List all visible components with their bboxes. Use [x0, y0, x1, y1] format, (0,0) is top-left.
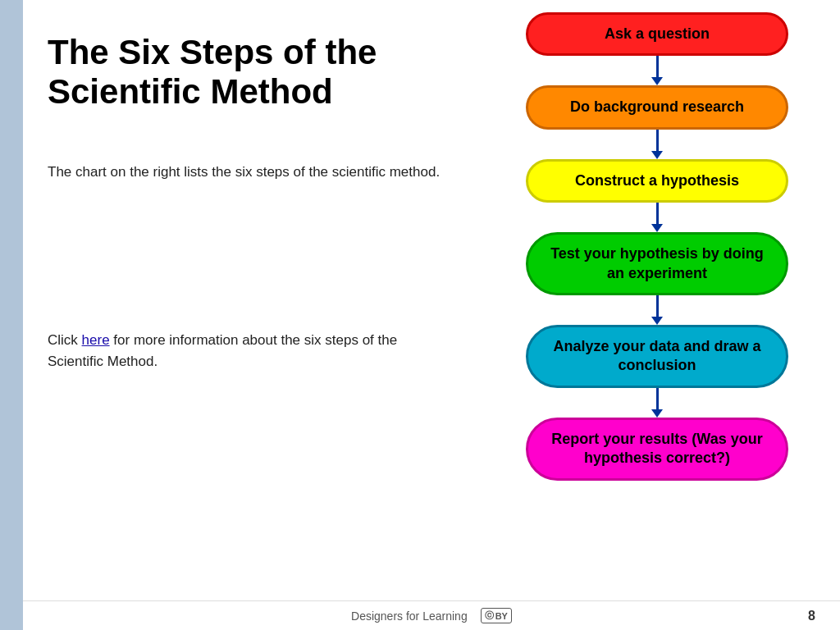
left-panel: The Six Steps of the Scientific Method T… [23, 0, 482, 630]
description-text: The chart on the right lists the six ste… [48, 162, 450, 183]
flow-box-2: Do background research [526, 85, 788, 129]
page-title: The Six Steps of the Scientific Method [48, 33, 450, 112]
arrow-icon [651, 224, 663, 232]
arrow-icon [651, 151, 663, 159]
sidebar-strip [0, 0, 23, 630]
flow-container: Ask a question Do background research Co… [491, 12, 824, 481]
here-link[interactable]: here [82, 332, 110, 348]
cc-badge: ⓒ BY [481, 608, 512, 623]
flow-box-1: Ask a question [526, 12, 788, 56]
flow-box-3: Construct a hypothesis [526, 159, 788, 203]
connector-line [656, 388, 659, 409]
main-content: The Six Steps of the Scientific Method T… [23, 0, 840, 630]
footer-text: Designers for Learning [351, 609, 468, 623]
connector-line [656, 295, 659, 317]
click-text: Click here for more information about th… [48, 330, 450, 372]
right-panel: Ask a question Do background research Co… [482, 0, 840, 630]
flow-box-6: Report your results (Was your hypothesis… [526, 418, 788, 481]
arrow-icon [651, 317, 663, 325]
arrow-icon [651, 77, 663, 85]
footer-page: 8 [808, 609, 815, 623]
connector-2 [651, 130, 663, 159]
connector-5 [651, 388, 663, 418]
by-label: BY [495, 611, 508, 621]
cc-icon: ⓒ [485, 609, 494, 622]
arrow-icon [651, 409, 663, 418]
connector-3 [651, 203, 663, 232]
connector-line [656, 203, 659, 224]
connector-4 [651, 295, 663, 325]
connector-line [656, 130, 659, 151]
flow-box-4: Test your hypothesis by doing an experim… [526, 232, 788, 295]
flow-box-5: Analyze your data and draw a conclusion [526, 325, 788, 388]
connector-1 [651, 56, 663, 85]
footer: Designers for Learning ⓒ BY 8 [23, 600, 840, 630]
connector-line [656, 56, 659, 77]
